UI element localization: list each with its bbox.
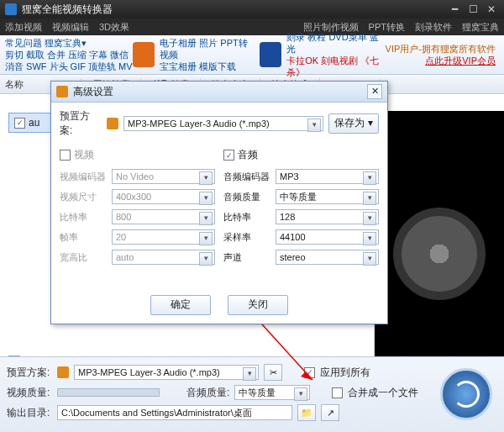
app-icon xyxy=(5,3,17,15)
audio-section[interactable]: ✓音频 xyxy=(223,148,379,162)
dlg-preset-combo[interactable]: MP3-MPEG Layer-3 Audio (*.mp3)▾ xyxy=(123,116,323,131)
dlg-preset-label: 预置方案: xyxy=(60,109,102,138)
vip-promo[interactable]: VIP用户-拥有狸窝所有软件 点此升级VIP会员 xyxy=(386,43,499,66)
merge-checkbox[interactable] xyxy=(332,387,343,398)
menu-video-edit[interactable]: 视频编辑 xyxy=(52,21,89,34)
apply-all-checkbox[interactable]: ✓ xyxy=(304,367,315,378)
output-dir-label: 输出目录: xyxy=(7,406,52,420)
video-quality-label: 视频质量: xyxy=(7,386,52,400)
open-folder-button[interactable]: ↗ xyxy=(321,404,339,421)
convert-button[interactable] xyxy=(440,368,492,420)
preset-label: 预置方案: xyxy=(7,366,52,380)
close-button[interactable]: ✕ xyxy=(484,3,499,15)
audio-codec-combo[interactable]: MP3▾ xyxy=(276,169,379,184)
window-title: 狸窝全能视频转换器 xyxy=(22,3,444,17)
ppt-icon[interactable] xyxy=(133,42,155,67)
apply-all-label: 应用到所有 xyxy=(320,366,370,380)
video-size-combo[interactable]: 400x300▾ xyxy=(112,189,215,204)
toolbar: 常见问题 狸窝宝典▾ 剪切 截取 合并 压缩 字幕 微信 消音 SWF 片头 G… xyxy=(0,35,504,75)
video-preview xyxy=(375,111,504,397)
item-checkbox[interactable]: ✓ xyxy=(14,118,25,129)
advanced-settings-dialog: 高级设置 ✕ 预置方案: MP3-MPEG Layer-3 Audio (*.m… xyxy=(50,81,388,324)
preset-icon xyxy=(57,366,69,378)
audio-quality-combo[interactable]: 中等质量▾ xyxy=(276,189,379,204)
output-dir-field[interactable]: C:\Documents and Settings\Administrator\… xyxy=(57,405,292,420)
dlg-preset-icon xyxy=(107,118,118,129)
sample-rate-combo[interactable]: 44100▾ xyxy=(276,229,379,245)
aspect-combo[interactable]: auto▾ xyxy=(112,250,215,265)
window-titlebar: 狸窝全能视频转换器 ━ ☐ ✕ xyxy=(0,0,504,18)
disc-icon[interactable] xyxy=(260,42,282,67)
channel-combo[interactable]: stereo▾ xyxy=(276,250,379,265)
min-button[interactable]: ━ xyxy=(447,3,462,15)
fps-combo[interactable]: 20▾ xyxy=(112,229,215,245)
film-reel-icon xyxy=(393,208,486,300)
preset-combo[interactable]: MP3-MPEG Layer-3 Audio (*.mp3)▾ xyxy=(74,365,259,380)
video-codec-combo[interactable]: No Video▾ xyxy=(112,169,215,184)
preset-settings-button[interactable]: ✂ xyxy=(264,364,282,381)
promo-burn[interactable]: 刻录 教程 DVD菜单 蓝光卡拉OK 刻电视剧 《七杀》 xyxy=(286,31,385,78)
save-as-button[interactable]: 保存为 ▾ xyxy=(328,113,379,134)
video-quality-slider[interactable] xyxy=(57,388,160,397)
dialog-titlebar: 高级设置 ✕ xyxy=(51,82,387,103)
video-section[interactable]: 视频 xyxy=(60,148,215,162)
audio-bitrate-combo[interactable]: 128▾ xyxy=(276,209,379,224)
dialog-close-button[interactable]: ✕ xyxy=(367,84,382,99)
menu-add-video[interactable]: 添加视频 xyxy=(5,21,42,34)
list-item[interactable]: ✓ au xyxy=(8,113,54,133)
menu-burn[interactable]: 刻录软件 xyxy=(415,21,452,34)
bottom-bar: 预置方案: MP3-MPEG Layer-3 Audio (*.mp3)▾ ✂ … xyxy=(0,356,504,432)
promo-album[interactable]: 电子相册 照片 PPT转视频宝宝相册 模版下载 xyxy=(160,37,254,72)
ok-button[interactable]: 确定 xyxy=(150,295,211,315)
video-bitrate-combo[interactable]: 800▾ xyxy=(112,209,215,224)
browse-button[interactable]: 📁 xyxy=(297,404,316,421)
video-enable-checkbox[interactable] xyxy=(60,150,71,161)
merge-label: 合并成一个文件 xyxy=(348,386,418,400)
dialog-title: 高级设置 xyxy=(73,85,362,99)
menu-3d[interactable]: 3D效果 xyxy=(99,21,129,34)
audio-enable-checkbox[interactable]: ✓ xyxy=(223,150,234,161)
dialog-icon xyxy=(56,86,68,97)
item-name: au xyxy=(29,117,39,129)
max-button[interactable]: ☐ xyxy=(465,3,480,15)
audio-quality-label: 音频质量: xyxy=(186,386,229,400)
cancel-button[interactable]: 关闭 xyxy=(228,295,288,315)
toolbar-left-links[interactable]: 常见问题 狸窝宝典▾ 剪切 截取 合并 压缩 字幕 微信 消音 SWF 片头 G… xyxy=(5,37,133,72)
audio-quality-combo[interactable]: 中等质量▾ xyxy=(234,385,310,400)
menu-help[interactable]: 狸窝宝典 xyxy=(462,21,499,34)
vip-upgrade-link[interactable]: 点此升级VIP会员 xyxy=(425,55,496,66)
